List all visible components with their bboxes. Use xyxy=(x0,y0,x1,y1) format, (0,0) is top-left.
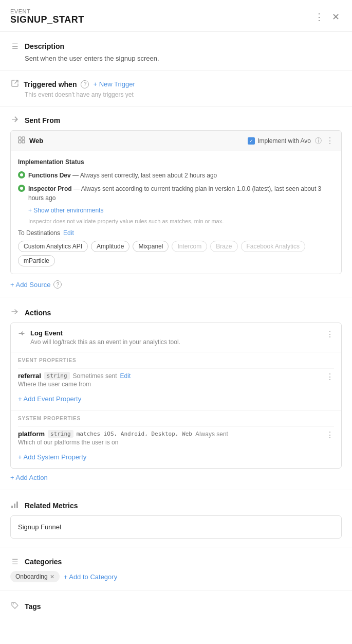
dest-tag-mparticle: mParticle xyxy=(18,255,55,266)
action-title: Log Event xyxy=(30,329,180,337)
env1-status-text: Functions Dev — Always sent correctly, l… xyxy=(28,171,217,180)
svg-rect-6 xyxy=(16,502,18,508)
actions-title: Actions xyxy=(25,309,51,317)
destinations-edit-link[interactable]: Edit xyxy=(63,229,74,237)
web-source-card: Web ✓ Implement with Avo ⓘ ⋮ Implementat… xyxy=(10,130,342,274)
categories-section: ☰ Categories Onboarding ✕ + Add to Categ… xyxy=(0,547,352,582)
close-button[interactable]: ✕ xyxy=(330,9,342,25)
categories-icon: ☰ xyxy=(10,558,20,566)
env2-status-msg: Always sent according to current trackin… xyxy=(28,185,321,202)
actions-icon xyxy=(10,308,20,317)
add-source-button[interactable]: + Add Source xyxy=(10,281,50,289)
platform-prop-desc: Which of our platforms the user is on xyxy=(18,439,228,446)
event-props-title: EVENT PROPERTIES xyxy=(18,357,334,363)
new-trigger-button[interactable]: + New Trigger xyxy=(93,80,135,88)
triggered-help-icon[interactable]: ? xyxy=(81,80,89,88)
source-card-header: Web ✓ Implement with Avo ⓘ ⋮ xyxy=(11,131,341,151)
tags-section: Tags xyxy=(0,591,352,623)
onboarding-category-tag: Onboarding ✕ xyxy=(10,571,60,582)
header-left: Event SIGNUP_START xyxy=(10,8,84,25)
source-more-icon[interactable]: ⋮ xyxy=(326,136,334,146)
description-section: ☰ Description Sent when the user enters … xyxy=(0,32,352,62)
related-metrics-icon xyxy=(10,500,20,510)
close-icon: ✕ xyxy=(332,11,340,23)
action-more-icon[interactable]: ⋮ xyxy=(326,329,334,339)
show-other-environments-link[interactable]: + Show other environments xyxy=(28,207,334,214)
env1-status-dot xyxy=(18,171,25,178)
add-event-property-button[interactable]: + Add Event Property xyxy=(18,391,334,405)
description-title: Description xyxy=(25,42,64,50)
platform-more-icon[interactable]: ⋮ xyxy=(326,430,334,440)
dest-tag-amplitude: Amplitude xyxy=(91,241,129,252)
env2-status-text: Inspector Prod — Always sent according t… xyxy=(28,184,334,203)
svg-rect-0 xyxy=(18,137,21,139)
add-action-button[interactable]: + Add Action xyxy=(10,474,48,481)
more-options-button[interactable]: ⋮ xyxy=(312,9,326,25)
add-action-row: + Add Action xyxy=(10,474,342,481)
onboarding-category-remove-button[interactable]: ✕ xyxy=(50,574,54,580)
env1-name: Functions Dev xyxy=(28,172,71,179)
sent-from-header: Sent From xyxy=(10,115,342,125)
referral-prop-type: string xyxy=(44,372,70,380)
referral-prop-name: referral xyxy=(18,372,41,380)
svg-rect-4 xyxy=(11,506,13,508)
add-source-row: + Add Source ? xyxy=(10,280,342,289)
tags-header: Tags xyxy=(10,601,342,611)
destinations-tags: Custom Analytics API Amplitude Mixpanel … xyxy=(18,241,334,266)
related-metrics-title: Related Metrics xyxy=(25,502,78,510)
source-card-left: Web xyxy=(18,136,43,145)
tags-icon xyxy=(10,601,20,611)
event-title: SIGNUP_START xyxy=(10,14,84,25)
env1-status-dot-inner xyxy=(20,173,23,176)
onboarding-category-label: Onboarding xyxy=(15,573,48,580)
related-metrics-section: Related Metrics Signup Funnel xyxy=(0,490,352,539)
add-system-property-button[interactable]: + Add System Property xyxy=(18,449,334,463)
referral-prop-desc: Where the user came from xyxy=(18,381,131,388)
signup-funnel-name: Signup Funnel xyxy=(18,523,61,531)
sent-from-section: Sent From Web ✓ Implement with Avo xyxy=(0,107,352,289)
tags-title: Tags xyxy=(25,602,41,611)
description-header: ☰ Description xyxy=(10,42,342,50)
referral-more-icon[interactable]: ⋮ xyxy=(326,372,334,382)
log-event-card: Log Event Avo will log/track this as an … xyxy=(10,323,342,469)
signup-funnel-card[interactable]: Signup Funnel xyxy=(10,515,342,539)
dest-tag-intercom: Intercom xyxy=(172,241,207,252)
env1-status-item: Functions Dev — Always sent correctly, l… xyxy=(18,171,334,180)
platform-name-row: platform string matches iOS, Android, De… xyxy=(18,430,228,438)
add-source-help-icon[interactable]: ? xyxy=(53,280,62,289)
implement-checkbox[interactable]: ✓ Implement with Avo xyxy=(248,137,311,145)
platform-prop-left: platform string matches iOS, Android, De… xyxy=(18,430,228,446)
sent-from-title: Sent From xyxy=(25,116,60,124)
category-tags-row: Onboarding ✕ + Add to Category xyxy=(10,571,342,582)
env1-status-desc: — xyxy=(72,172,80,179)
referral-edit-link[interactable]: Edit xyxy=(120,372,131,380)
source-name: Web xyxy=(29,137,43,145)
header-actions: ⋮ ✕ xyxy=(312,9,342,25)
impl-status-title: Implementation Status xyxy=(18,158,334,166)
triggered-title: Triggered when xyxy=(24,80,77,88)
env1-status-msg: Always sent correctly, last seen about 2… xyxy=(80,172,217,179)
svg-rect-2 xyxy=(18,140,21,143)
description-text: Sent when the user enters the signup scr… xyxy=(10,55,342,62)
svg-rect-1 xyxy=(22,137,25,139)
dest-tag-mixpanel: Mixpanel xyxy=(133,241,169,252)
triggered-section: Triggered when ? + New Trigger This even… xyxy=(0,71,352,98)
dest-tag-braze: Braze xyxy=(210,241,237,252)
implement-info-icon[interactable]: ⓘ xyxy=(315,136,322,146)
event-label: Event xyxy=(10,8,84,14)
destinations-row: To Destinations Edit xyxy=(18,229,334,237)
related-metrics-header: Related Metrics xyxy=(10,500,342,510)
system-props-title: SYSTEM PROPERTIES xyxy=(18,416,334,421)
env2-status-dot xyxy=(18,185,25,192)
platform-prop-matches: matches iOS, Android, Desktop, Web xyxy=(77,431,192,437)
add-category-button[interactable]: + Add to Category xyxy=(64,573,117,581)
actions-section: Actions Log Event Avo will log/track thi… xyxy=(0,297,352,481)
referral-prop-row: referral string Sometimes sent Edit Wher… xyxy=(18,368,334,391)
env2-status-dot-inner xyxy=(20,187,23,190)
triggered-header: Triggered when ? + New Trigger xyxy=(10,79,342,89)
page-header: Event SIGNUP_START ⋮ ✕ xyxy=(0,0,352,32)
svg-rect-5 xyxy=(14,504,15,508)
trigger-icon xyxy=(10,79,20,89)
action-desc: Avo will log/track this as an event in y… xyxy=(30,338,180,346)
sent-from-icon xyxy=(10,115,20,125)
